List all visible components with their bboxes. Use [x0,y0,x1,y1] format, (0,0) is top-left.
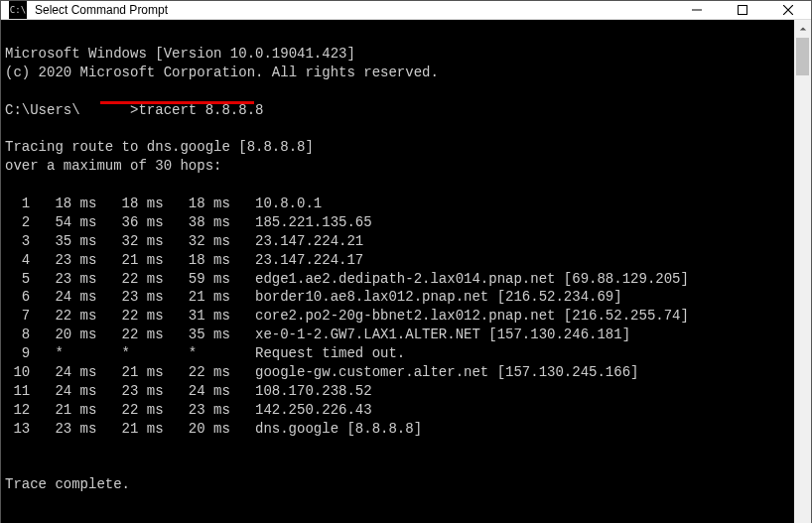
hop-time-1: 22 ms [30,307,96,326]
hop-host: xe-0-1-2.GW7.LAX1.ALTER.NET [157.130.246… [255,326,630,344]
hop-spacer [230,288,255,307]
minimize-button[interactable] [674,1,720,19]
trace-hop-row: 254 ms36 ms38 ms 185.221.135.65 [5,213,790,232]
hop-number: 10 [5,363,30,382]
hop-number: 7 [5,307,30,326]
hop-time-1: * [30,344,96,363]
trace-hop-row: 9* * * Request timed out. [5,344,790,363]
terminal-output[interactable]: Microsoft Windows [Version 10.0.19041.42… [1,20,794,523]
trace-hop-list: 118 ms18 ms18 ms 10.8.0.1254 ms36 ms38 m… [5,195,790,439]
hop-host: border10.ae8.lax012.pnap.net [216.52.234… [255,288,622,307]
command-underline-annotation [100,101,254,104]
window-controls [674,1,811,19]
vertical-scrollbar[interactable] [794,20,811,523]
hop-spacer [230,307,255,326]
hop-spacer [230,363,255,382]
hop-time-2: 22 ms [96,270,163,289]
close-button[interactable] [765,1,811,19]
hop-time-3: 31 ms [164,307,230,326]
trace-hop-row: 1323 ms21 ms20 ms dns.google [8.8.8.8] [5,420,790,439]
hop-time-2: * [96,344,163,363]
window-title: Select Command Prompt [35,3,674,17]
hop-number: 9 [5,344,30,363]
hop-time-2: 21 ms [96,420,163,439]
hop-time-3: 38 ms [164,213,230,232]
content-area: Microsoft Windows [Version 10.0.19041.42… [1,20,811,523]
hop-time-2: 23 ms [96,382,163,401]
hop-time-1: 21 ms [30,401,96,420]
scrollbar-thumb[interactable] [796,38,809,75]
hop-spacer [230,382,255,401]
maximize-button[interactable] [720,1,765,19]
hop-number: 2 [5,213,30,232]
hop-time-1: 24 ms [30,288,96,307]
hop-time-1: 23 ms [30,420,96,439]
hop-host: 23.147.224.21 [255,232,363,251]
hop-time-1: 24 ms [30,382,96,401]
trace-hop-row: 523 ms22 ms59 ms edge1.ae2.dedipath-2.la… [5,270,790,289]
hop-time-1: 20 ms [30,326,96,344]
hop-time-2: 22 ms [96,307,163,326]
hop-number: 3 [5,232,30,251]
hop-number: 6 [5,288,30,307]
trace-hop-row: 1024 ms21 ms22 ms google-gw.customer.alt… [5,363,790,382]
trace-heading-2: over a maximum of 30 hops: [5,158,221,174]
hop-spacer [230,420,255,439]
hop-number: 1 [5,195,30,213]
hop-time-1: 35 ms [30,232,96,251]
hop-time-3: 32 ms [164,232,230,251]
hop-spacer [230,232,255,251]
hop-time-2: 23 ms [96,288,163,307]
hop-time-3: * [164,344,230,363]
svg-rect-0 [692,10,702,11]
hop-number: 5 [5,270,30,289]
hop-time-2: 21 ms [96,251,163,270]
trace-hop-row: 1124 ms23 ms24 ms 108.170.238.52 [5,382,790,401]
trace-hop-row: 624 ms23 ms21 ms border10.ae8.lax012.pna… [5,288,790,307]
hop-host: 23.147.224.17 [255,251,363,270]
trace-hop-row: 820 ms22 ms35 ms xe-0-1-2.GW7.LAX1.ALTER… [5,326,790,344]
trace-hop-row: 423 ms21 ms18 ms 23.147.224.17 [5,251,790,270]
prompt-path-prefix: C:\Users\ [5,102,80,118]
svg-rect-1 [739,6,747,15]
hop-host: 108.170.238.52 [255,382,372,401]
hop-time-3: 18 ms [164,251,230,270]
hop-number: 4 [5,251,30,270]
hop-number: 12 [5,401,30,420]
hop-spacer [230,251,255,270]
hop-time-2: 21 ms [96,363,163,382]
copyright-line: (c) 2020 Microsoft Corporation. All righ… [5,65,439,80]
hop-time-3: 22 ms [164,363,230,382]
command-prompt-window: C:\ Select Command Prompt Microsoft Wind… [0,0,812,523]
hop-time-3: 23 ms [164,401,230,420]
hop-time-1: 18 ms [30,195,96,213]
hop-number: 13 [5,420,30,439]
hop-time-3: 24 ms [164,382,230,401]
hop-spacer [230,270,255,289]
hop-time-1: 23 ms [30,251,96,270]
hop-time-2: 22 ms [96,326,163,344]
hop-number: 11 [5,382,30,401]
scrollbar-up-arrow-icon[interactable] [794,20,811,37]
hop-time-3: 20 ms [164,420,230,439]
trace-hop-row: 1221 ms22 ms23 ms 142.250.226.43 [5,401,790,420]
hop-host: Request timed out. [255,344,405,363]
hop-host: 185.221.135.65 [255,213,372,232]
hop-host: edge1.ae2.dedipath-2.lax014.pnap.net [69… [255,270,689,289]
titlebar[interactable]: C:\ Select Command Prompt [1,1,811,20]
trace-heading-1: Tracing route to dns.google [8.8.8.8] [5,139,314,155]
hop-host: dns.google [8.8.8.8] [255,420,422,439]
hop-time-2: 36 ms [96,213,163,232]
hop-spacer [230,213,255,232]
hop-host: google-gw.customer.alter.net [157.130.24… [255,363,638,382]
hop-time-1: 23 ms [30,270,96,289]
trace-hop-row: 118 ms18 ms18 ms 10.8.0.1 [5,195,790,213]
hop-number: 8 [5,326,30,344]
cmd-icon: C:\ [9,1,27,19]
hop-time-1: 54 ms [30,213,96,232]
trace-complete: Trace complete. [5,476,130,492]
version-line: Microsoft Windows [Version 10.0.19041.42… [5,46,355,62]
hop-time-3: 18 ms [164,195,230,213]
trace-hop-row: 335 ms32 ms32 ms 23.147.224.21 [5,232,790,251]
hop-time-2: 22 ms [96,401,163,420]
